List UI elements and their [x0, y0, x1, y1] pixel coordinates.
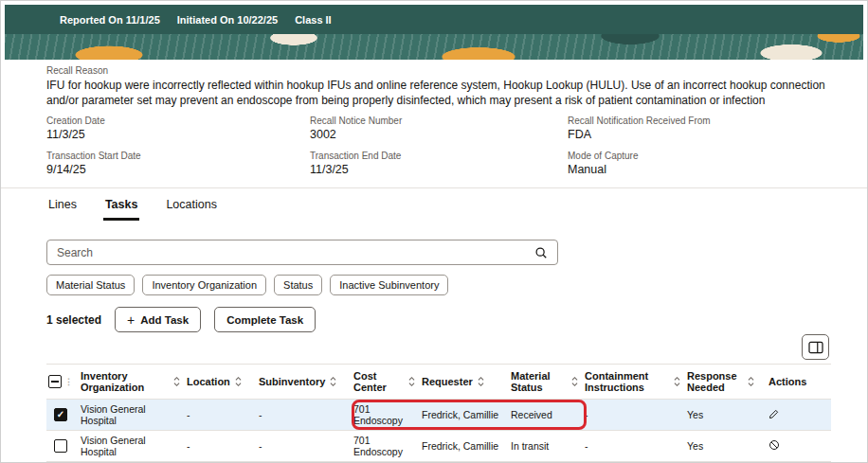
- column-header-location[interactable]: Location: [187, 373, 259, 391]
- tab-lines[interactable]: Lines: [46, 194, 79, 221]
- column-header-containment-instructions[interactable]: Containment Instructions: [585, 367, 687, 397]
- sort-icon[interactable]: [234, 376, 243, 387]
- add-task-label: Add Task: [140, 314, 189, 326]
- column-header-material-status[interactable]: Material Status: [511, 367, 585, 397]
- cell-inventory-organization: Vision General Hospital: [81, 432, 187, 461]
- cancel-action-icon[interactable]: [769, 439, 780, 451]
- task-toolbar: 1 selected + Add Task Complete Task: [46, 307, 829, 332]
- field-recall-notification-received-from: Recall Notification Received From FDA: [568, 116, 829, 141]
- column-header-subinventory[interactable]: Subinventory: [259, 373, 353, 391]
- chip-inactive-subinventory[interactable]: Inactive Subinventory: [330, 275, 448, 295]
- search-icon[interactable]: [534, 246, 548, 259]
- field-value: FDA: [568, 128, 829, 141]
- field-label: Recall Notice Number: [310, 116, 568, 126]
- field-value: 11/3/25: [46, 128, 310, 141]
- complete-task-label: Complete Task: [226, 314, 303, 326]
- main-content: Recall Reason IFU for hookup were incorr…: [1, 60, 867, 462]
- complete-task-button[interactable]: Complete Task: [214, 307, 316, 332]
- sort-icon[interactable]: [477, 376, 485, 387]
- column-label: Cost Center: [353, 370, 404, 394]
- cell-actions: [761, 436, 831, 456]
- cell-response-needed: Yes: [687, 437, 761, 455]
- column-label: Actions: [769, 376, 806, 388]
- plus-icon: +: [127, 313, 135, 327]
- sort-icon[interactable]: [407, 376, 416, 387]
- cell-material-status: Received: [511, 406, 585, 424]
- sort-icon[interactable]: [172, 376, 181, 387]
- cell-inventory-organization: Vision General Hospital: [81, 401, 187, 430]
- field-value: 11/3/25: [310, 163, 568, 176]
- field-mode-of-capture: Mode of Capture Manual: [568, 151, 829, 176]
- reported-on-label: Reported On 11/1/25: [60, 14, 160, 26]
- column-header-requester[interactable]: Requester: [422, 373, 511, 391]
- column-label: Requester: [422, 376, 473, 388]
- tab-tasks[interactable]: Tasks: [103, 194, 140, 221]
- column-handle-icon: ⋮: [64, 377, 73, 386]
- cell-location: -: [187, 406, 259, 424]
- recall-reason-label: Recall Reason: [46, 65, 829, 76]
- cell-response-needed: Yes: [687, 406, 761, 424]
- select-all-cell: ⋮: [46, 372, 81, 391]
- field-value: Manual: [568, 163, 829, 176]
- column-header-inventory-organization[interactable]: Inventory Organization: [81, 367, 187, 397]
- row-checkbox[interactable]: [54, 439, 67, 453]
- field-recall-notice-number: Recall Notice Number 3002: [310, 116, 568, 141]
- row-select-cell: [46, 436, 81, 455]
- sort-icon[interactable]: [570, 376, 579, 387]
- tab-locations[interactable]: Locations: [164, 194, 219, 221]
- sort-icon[interactable]: [747, 376, 755, 387]
- chip-status[interactable]: Status: [274, 275, 322, 295]
- edit-action-icon[interactable]: [769, 408, 780, 419]
- field-label: Transaction End Date: [310, 151, 568, 161]
- sort-icon[interactable]: [329, 376, 337, 387]
- chip-material-status[interactable]: Material Status: [46, 275, 135, 295]
- sort-icon[interactable]: [673, 376, 681, 387]
- field-label: Creation Date: [46, 116, 310, 126]
- table-row[interactable]: Vision General Hospital - - 701 Endoscop…: [46, 400, 831, 431]
- column-label: Response Needed: [687, 370, 743, 394]
- tab-bar: Lines Tasks Locations: [46, 188, 829, 221]
- tasks-table: ⋮ Inventory Organization Location Subinv…: [46, 364, 831, 462]
- table-row[interactable]: Vision General Hospital - - 701 Endoscop…: [46, 431, 831, 462]
- field-label: Mode of Capture: [568, 151, 829, 161]
- table-settings-row: [46, 334, 829, 360]
- column-label: Location: [187, 376, 230, 388]
- filter-chips: Material Status Inventory Organization S…: [46, 275, 829, 295]
- chip-inventory-organization[interactable]: Inventory Organization: [142, 275, 266, 295]
- recall-fields: Creation Date 11/3/25 Recall Notice Numb…: [46, 116, 829, 176]
- column-label: Containment Instructions: [585, 370, 669, 394]
- column-label: Subinventory: [259, 376, 325, 388]
- manage-columns-button[interactable]: [802, 334, 829, 360]
- search-box[interactable]: [46, 240, 558, 265]
- row-select-cell: [46, 405, 81, 424]
- cell-requester: Fredrick, Camillie: [422, 437, 511, 455]
- initiated-on-label: Initiated On 10/22/25: [177, 14, 278, 26]
- decorative-banner: [5, 34, 863, 60]
- column-label: Material Status: [511, 370, 567, 394]
- cell-cost-center: 701 Endoscopy: [353, 432, 422, 461]
- select-all-checkbox[interactable]: [48, 375, 62, 388]
- cell-material-status: In transit: [511, 437, 585, 455]
- field-creation-date: Creation Date 11/3/25: [46, 116, 310, 141]
- row-checkbox[interactable]: [54, 408, 67, 421]
- field-transaction-start-date: Transaction Start Date 9/14/25: [46, 151, 310, 176]
- column-header-cost-center[interactable]: Cost Center: [353, 367, 422, 397]
- selected-count: 1 selected: [46, 313, 101, 327]
- field-transaction-end-date: Transaction End Date 11/3/25: [310, 151, 568, 176]
- class-label: Class II: [295, 14, 332, 26]
- cell-location: -: [187, 437, 259, 455]
- add-task-button[interactable]: + Add Task: [115, 307, 201, 332]
- field-value: 3002: [310, 128, 568, 141]
- recall-notice-page: Reported On 11/1/25 Initiated On 10/22/2…: [0, 0, 868, 463]
- cell-requester: Fredrick, Camillie: [422, 406, 511, 424]
- table-header-row: ⋮ Inventory Organization Location Subinv…: [46, 364, 831, 400]
- status-header-bar: Reported On 11/1/25 Initiated On 10/22/2…: [5, 5, 863, 34]
- cell-subinventory: -: [259, 437, 353, 455]
- cell-containment-instructions: -: [585, 437, 687, 455]
- search-input[interactable]: [57, 246, 534, 259]
- column-header-actions: Actions: [761, 373, 831, 391]
- cell-actions: [761, 405, 831, 425]
- column-header-response-needed[interactable]: Response Needed: [687, 367, 761, 397]
- field-label: Transaction Start Date: [46, 151, 310, 161]
- cell-subinventory: -: [259, 406, 353, 424]
